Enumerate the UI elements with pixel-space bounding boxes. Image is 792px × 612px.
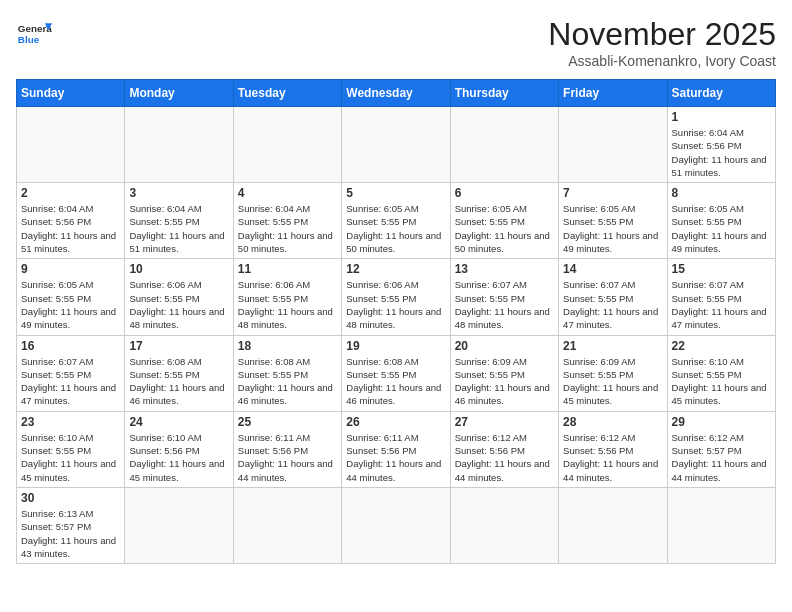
day-info: Sunrise: 6:05 AMSunset: 5:55 PMDaylight:… [455, 202, 554, 255]
location-title: Assabli-Komenankro, Ivory Coast [548, 53, 776, 69]
calendar-day-cell [342, 487, 450, 563]
day-number: 20 [455, 339, 554, 353]
calendar-day-cell: 16Sunrise: 6:07 AMSunset: 5:55 PMDayligh… [17, 335, 125, 411]
calendar-day-cell: 19Sunrise: 6:08 AMSunset: 5:55 PMDayligh… [342, 335, 450, 411]
calendar-day-cell [125, 107, 233, 183]
calendar-day-cell: 18Sunrise: 6:08 AMSunset: 5:55 PMDayligh… [233, 335, 341, 411]
day-number: 16 [21, 339, 120, 353]
day-info: Sunrise: 6:04 AMSunset: 5:55 PMDaylight:… [238, 202, 337, 255]
calendar-day-cell: 26Sunrise: 6:11 AMSunset: 5:56 PMDayligh… [342, 411, 450, 487]
day-info: Sunrise: 6:08 AMSunset: 5:55 PMDaylight:… [129, 355, 228, 408]
calendar-day-cell: 5Sunrise: 6:05 AMSunset: 5:55 PMDaylight… [342, 183, 450, 259]
calendar-day-cell: 15Sunrise: 6:07 AMSunset: 5:55 PMDayligh… [667, 259, 775, 335]
day-info: Sunrise: 6:13 AMSunset: 5:57 PMDaylight:… [21, 507, 120, 560]
day-info: Sunrise: 6:12 AMSunset: 5:57 PMDaylight:… [672, 431, 771, 484]
day-number: 21 [563, 339, 662, 353]
day-info: Sunrise: 6:09 AMSunset: 5:55 PMDaylight:… [563, 355, 662, 408]
day-info: Sunrise: 6:04 AMSunset: 5:56 PMDaylight:… [21, 202, 120, 255]
day-info: Sunrise: 6:10 AMSunset: 5:56 PMDaylight:… [129, 431, 228, 484]
logo: General Blue [16, 16, 52, 52]
weekday-header: Sunday [17, 80, 125, 107]
day-number: 1 [672, 110, 771, 124]
calendar-day-cell: 22Sunrise: 6:10 AMSunset: 5:55 PMDayligh… [667, 335, 775, 411]
calendar-week-row: 16Sunrise: 6:07 AMSunset: 5:55 PMDayligh… [17, 335, 776, 411]
calendar-day-cell: 1Sunrise: 6:04 AMSunset: 5:56 PMDaylight… [667, 107, 775, 183]
calendar-day-cell [559, 487, 667, 563]
day-number: 22 [672, 339, 771, 353]
calendar-day-cell: 29Sunrise: 6:12 AMSunset: 5:57 PMDayligh… [667, 411, 775, 487]
calendar-day-cell [667, 487, 775, 563]
day-info: Sunrise: 6:10 AMSunset: 5:55 PMDaylight:… [21, 431, 120, 484]
calendar-day-cell: 23Sunrise: 6:10 AMSunset: 5:55 PMDayligh… [17, 411, 125, 487]
day-number: 23 [21, 415, 120, 429]
calendar-table: SundayMondayTuesdayWednesdayThursdayFrid… [16, 79, 776, 564]
calendar-day-cell: 28Sunrise: 6:12 AMSunset: 5:56 PMDayligh… [559, 411, 667, 487]
calendar-day-cell [17, 107, 125, 183]
day-info: Sunrise: 6:08 AMSunset: 5:55 PMDaylight:… [238, 355, 337, 408]
day-number: 10 [129, 262, 228, 276]
calendar-day-cell: 12Sunrise: 6:06 AMSunset: 5:55 PMDayligh… [342, 259, 450, 335]
calendar-day-cell: 2Sunrise: 6:04 AMSunset: 5:56 PMDaylight… [17, 183, 125, 259]
calendar-day-cell [233, 107, 341, 183]
day-info: Sunrise: 6:11 AMSunset: 5:56 PMDaylight:… [238, 431, 337, 484]
day-number: 19 [346, 339, 445, 353]
day-number: 11 [238, 262, 337, 276]
day-info: Sunrise: 6:07 AMSunset: 5:55 PMDaylight:… [672, 278, 771, 331]
day-info: Sunrise: 6:09 AMSunset: 5:55 PMDaylight:… [455, 355, 554, 408]
calendar-day-cell: 24Sunrise: 6:10 AMSunset: 5:56 PMDayligh… [125, 411, 233, 487]
calendar-day-cell: 14Sunrise: 6:07 AMSunset: 5:55 PMDayligh… [559, 259, 667, 335]
day-info: Sunrise: 6:11 AMSunset: 5:56 PMDaylight:… [346, 431, 445, 484]
day-info: Sunrise: 6:06 AMSunset: 5:55 PMDaylight:… [346, 278, 445, 331]
day-info: Sunrise: 6:05 AMSunset: 5:55 PMDaylight:… [563, 202, 662, 255]
calendar-week-row: 30Sunrise: 6:13 AMSunset: 5:57 PMDayligh… [17, 487, 776, 563]
day-number: 14 [563, 262, 662, 276]
day-number: 28 [563, 415, 662, 429]
day-number: 2 [21, 186, 120, 200]
weekday-header: Wednesday [342, 80, 450, 107]
day-info: Sunrise: 6:07 AMSunset: 5:55 PMDaylight:… [455, 278, 554, 331]
page-header: General Blue November 2025 Assabli-Komen… [16, 16, 776, 69]
calendar-day-cell: 7Sunrise: 6:05 AMSunset: 5:55 PMDaylight… [559, 183, 667, 259]
day-number: 27 [455, 415, 554, 429]
day-number: 8 [672, 186, 771, 200]
day-number: 29 [672, 415, 771, 429]
calendar-day-cell: 20Sunrise: 6:09 AMSunset: 5:55 PMDayligh… [450, 335, 558, 411]
svg-text:Blue: Blue [18, 34, 40, 45]
weekday-header: Thursday [450, 80, 558, 107]
calendar-day-cell: 9Sunrise: 6:05 AMSunset: 5:55 PMDaylight… [17, 259, 125, 335]
calendar-day-cell [559, 107, 667, 183]
day-info: Sunrise: 6:10 AMSunset: 5:55 PMDaylight:… [672, 355, 771, 408]
day-info: Sunrise: 6:12 AMSunset: 5:56 PMDaylight:… [455, 431, 554, 484]
month-title: November 2025 [548, 16, 776, 53]
day-info: Sunrise: 6:12 AMSunset: 5:56 PMDaylight:… [563, 431, 662, 484]
calendar-day-cell: 13Sunrise: 6:07 AMSunset: 5:55 PMDayligh… [450, 259, 558, 335]
logo-icon: General Blue [16, 16, 52, 52]
calendar-day-cell: 30Sunrise: 6:13 AMSunset: 5:57 PMDayligh… [17, 487, 125, 563]
day-info: Sunrise: 6:06 AMSunset: 5:55 PMDaylight:… [129, 278, 228, 331]
day-number: 7 [563, 186, 662, 200]
calendar-day-cell: 10Sunrise: 6:06 AMSunset: 5:55 PMDayligh… [125, 259, 233, 335]
day-number: 30 [21, 491, 120, 505]
calendar-week-row: 9Sunrise: 6:05 AMSunset: 5:55 PMDaylight… [17, 259, 776, 335]
day-number: 17 [129, 339, 228, 353]
calendar-day-cell: 8Sunrise: 6:05 AMSunset: 5:55 PMDaylight… [667, 183, 775, 259]
calendar-day-cell: 11Sunrise: 6:06 AMSunset: 5:55 PMDayligh… [233, 259, 341, 335]
weekday-header: Friday [559, 80, 667, 107]
weekday-header: Tuesday [233, 80, 341, 107]
day-number: 12 [346, 262, 445, 276]
calendar-day-cell: 25Sunrise: 6:11 AMSunset: 5:56 PMDayligh… [233, 411, 341, 487]
calendar-day-cell [125, 487, 233, 563]
title-section: November 2025 Assabli-Komenankro, Ivory … [548, 16, 776, 69]
day-number: 4 [238, 186, 337, 200]
calendar-day-cell: 27Sunrise: 6:12 AMSunset: 5:56 PMDayligh… [450, 411, 558, 487]
calendar-day-cell [450, 487, 558, 563]
day-number: 15 [672, 262, 771, 276]
day-info: Sunrise: 6:05 AMSunset: 5:55 PMDaylight:… [672, 202, 771, 255]
day-number: 26 [346, 415, 445, 429]
calendar-day-cell [233, 487, 341, 563]
day-number: 6 [455, 186, 554, 200]
day-number: 3 [129, 186, 228, 200]
calendar-week-row: 2Sunrise: 6:04 AMSunset: 5:56 PMDaylight… [17, 183, 776, 259]
day-info: Sunrise: 6:07 AMSunset: 5:55 PMDaylight:… [21, 355, 120, 408]
calendar-day-cell: 3Sunrise: 6:04 AMSunset: 5:55 PMDaylight… [125, 183, 233, 259]
